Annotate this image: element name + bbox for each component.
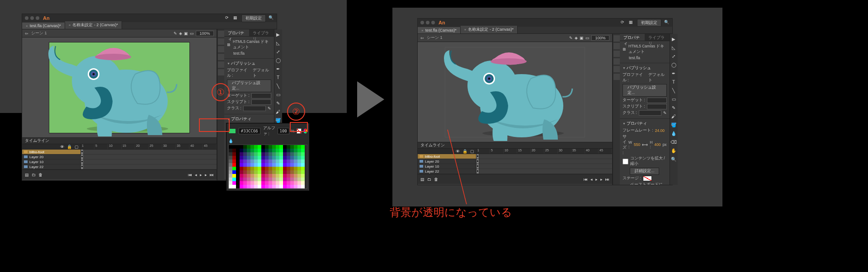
eyedropper-tool-icon[interactable]: 💧 [670, 130, 677, 136]
zoom-tool-icon[interactable]: 🔍 [670, 156, 677, 162]
close-icon[interactable]: × [69, 23, 71, 27]
close-icon[interactable]: × [26, 24, 28, 28]
subselect-tool-icon[interactable]: ◺ [275, 40, 281, 46]
edit-icon[interactable]: ✎ [663, 111, 667, 115]
eyedropper-icon[interactable]: 💧 [228, 139, 233, 143]
stage-color-swatch-none[interactable] [643, 176, 652, 181]
publish-header[interactable]: パブリッシュ [227, 61, 271, 66]
transform-tool-icon[interactable]: ⤢ [275, 48, 281, 55]
panel-dock[interactable] [613, 34, 620, 185]
color-grid[interactable] [228, 145, 307, 189]
text-tool-icon[interactable]: T [275, 74, 281, 80]
rect-tool-icon[interactable]: ▭ [670, 96, 677, 102]
layout-icon[interactable]: ▦ [629, 20, 634, 25]
text-tool-icon[interactable]: T [670, 79, 677, 85]
new-layer-icon[interactable]: ▤ [420, 177, 425, 182]
transform-tool-icon[interactable]: ⤢ [670, 53, 677, 59]
layer-row[interactable]: bilbo-foot [418, 154, 476, 159]
target-field[interactable] [647, 98, 667, 103]
script-field[interactable] [647, 104, 667, 109]
tab-properties[interactable]: プロパティ [620, 34, 645, 41]
props-header[interactable]: プロパティ [227, 116, 271, 122]
pencil-tool-icon[interactable]: ✎ [275, 100, 281, 106]
line-tool-icon[interactable]: ╲ [670, 87, 677, 94]
edit-scene-icon[interactable]: ✎ [174, 31, 177, 36]
content-scale-checkbox[interactable] [623, 159, 628, 164]
symbol-icon[interactable]: ◈ [179, 31, 182, 36]
stage[interactable] [49, 42, 189, 133]
layer-row[interactable]: Layer 10 [418, 164, 476, 169]
lock-icon[interactable]: 🔒 [462, 149, 467, 154]
class-field[interactable] [243, 106, 266, 111]
advanced-settings-button[interactable]: 詳細設定... [630, 168, 659, 175]
outline-icon[interactable]: ▢ [75, 145, 79, 149]
layer-row[interactable]: Layer 22 [22, 164, 80, 169]
scene-back-icon[interactable]: ⇦ [420, 36, 424, 40]
search-icon[interactable]: 🔍 [664, 20, 670, 25]
pen-tool-icon[interactable]: ✒ [275, 66, 281, 72]
new-folder-icon[interactable]: 🗀 [427, 177, 431, 182]
end-icon[interactable]: ⏭ [210, 173, 214, 177]
new-folder-icon[interactable]: 🗀 [32, 173, 36, 177]
delete-layer-icon[interactable]: 🗑 [434, 177, 438, 182]
step-fwd-icon[interactable]: ▸ [205, 173, 207, 177]
new-layer-icon[interactable]: ▤ [25, 173, 29, 177]
target-field[interactable] [251, 93, 271, 98]
doc-tab-1[interactable]: ×test.fla (Canvas)* [22, 23, 65, 29]
play-icon[interactable]: ▸ [595, 177, 598, 182]
visibility-icon[interactable]: 👁 [456, 149, 460, 154]
traffic-lights[interactable] [25, 16, 39, 20]
bucket-tool-icon[interactable]: 🪣 [670, 122, 677, 128]
lasso-tool-icon[interactable]: ◯ [670, 61, 677, 68]
rewind-icon[interactable]: ⏮ [188, 173, 192, 177]
selection-tool-icon[interactable]: ▶ [670, 36, 677, 42]
layer-row[interactable]: Layer 20 [418, 159, 476, 164]
layer-row[interactable]: Layer 22 [418, 169, 476, 174]
sync-icon[interactable]: ⟳ [621, 20, 626, 25]
edit-scene-icon[interactable]: ✎ [569, 36, 573, 40]
clip-icon[interactable]: ▣ [580, 36, 584, 40]
pen-tool-icon[interactable]: ✒ [670, 70, 677, 76]
zoom-field[interactable]: 100% [196, 31, 214, 36]
timeline-frames[interactable]: 151015202530354045 [81, 144, 217, 169]
hand-tool-icon[interactable]: ✋ [670, 147, 677, 154]
subselect-tool-icon[interactable]: ◺ [670, 44, 677, 51]
link-icon[interactable]: ⟷ [642, 142, 648, 147]
panel-dock[interactable] [217, 29, 224, 180]
symbol-icon[interactable]: ◈ [575, 36, 578, 40]
bucket-tool-icon[interactable]: 🪣 [275, 117, 281, 123]
height-value[interactable]: 400 [654, 142, 660, 147]
tab-library[interactable]: ライブラリ [645, 34, 670, 41]
rect-tool-icon[interactable]: ▭ [275, 91, 281, 98]
close-icon[interactable]: × [464, 28, 467, 32]
alpha-field[interactable]: 100 [278, 128, 289, 134]
traffic-lights[interactable] [420, 21, 435, 24]
clip-icon[interactable]: ▣ [184, 31, 188, 36]
doc-tab-2[interactable]: ×名称未設定 - 2 (Canvas)* [461, 26, 518, 33]
script-field[interactable] [251, 99, 271, 105]
stage-transparent[interactable] [445, 47, 585, 137]
play-icon[interactable]: ▸ [200, 173, 202, 177]
sync-icon[interactable]: ⟳ [225, 15, 231, 21]
doc-tab-1[interactable]: ×test.fla (Canvas)* [418, 27, 461, 33]
layout-icon[interactable]: ▦ [233, 15, 239, 21]
close-icon[interactable]: × [421, 28, 424, 33]
canvas-area[interactable] [418, 42, 612, 142]
canvas-area[interactable] [22, 38, 217, 137]
publish-header[interactable]: パブリッシュ [623, 65, 667, 71]
zoom-field[interactable]: 100% [591, 35, 609, 41]
doc-tab-2[interactable]: ×名称未設定 - 2 (Canvas)* [65, 21, 122, 29]
publish-settings-button[interactable]: パブリッシュ設定... [623, 84, 667, 97]
view-icon[interactable]: ▭ [190, 31, 194, 36]
brush-tool-icon[interactable]: 🖌 [275, 108, 281, 115]
end-icon[interactable]: ⏭ [605, 177, 609, 182]
tab-properties[interactable]: プロパティ [224, 29, 249, 36]
rewind-icon[interactable]: ⏮ [584, 177, 588, 182]
brush-tool-icon[interactable]: 🖌 [670, 113, 677, 119]
lasso-tool-icon[interactable]: ◯ [275, 57, 281, 63]
width-value[interactable]: 550 [634, 142, 640, 147]
timeline-frames[interactable]: 151015202530354045 [476, 149, 612, 174]
pasteboard-checkbox[interactable] [623, 185, 628, 185]
lock-icon[interactable]: 🔒 [67, 145, 72, 149]
layer-row[interactable]: Layer 10 [22, 159, 80, 164]
